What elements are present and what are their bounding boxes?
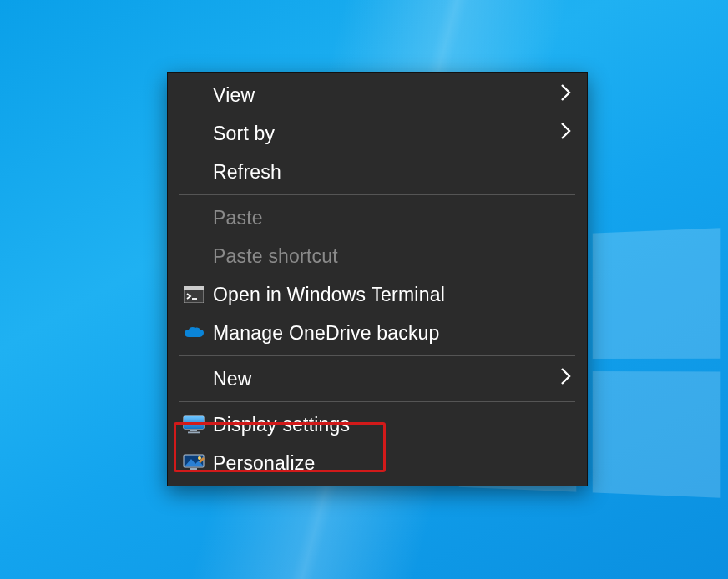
- personalize-icon: [179, 452, 208, 474]
- menu-item-open-terminal[interactable]: Open in Windows Terminal: [168, 275, 587, 314]
- menu-separator: [179, 401, 575, 402]
- menu-item-label: Sort by: [213, 123, 554, 145]
- svg-rect-6: [188, 432, 200, 434]
- menu-item-new[interactable]: New: [168, 360, 587, 398]
- svg-rect-1: [184, 286, 204, 290]
- menu-item-paste: Paste: [168, 199, 587, 237]
- blank-icon: [179, 245, 208, 267]
- menu-item-label: Open in Windows Terminal: [213, 284, 572, 306]
- menu-item-label: Paste shortcut: [213, 245, 572, 268]
- svg-rect-9: [190, 468, 197, 470]
- menu-item-refresh[interactable]: Refresh: [168, 153, 587, 191]
- svg-point-8: [198, 456, 201, 460]
- menu-item-personalize[interactable]: Personalize: [168, 444, 587, 482]
- menu-item-display-settings[interactable]: Display settings: [168, 405, 587, 444]
- menu-item-paste-shortcut: Paste shortcut: [168, 237, 587, 275]
- chevron-right-icon: [554, 367, 572, 390]
- menu-item-manage-onedrive[interactable]: Manage OneDrive backup: [168, 314, 587, 352]
- menu-item-label: Manage OneDrive backup: [213, 322, 572, 345]
- chevron-right-icon: [554, 122, 572, 145]
- menu-separator: [179, 355, 575, 356]
- menu-item-label: Display settings: [213, 414, 572, 436]
- menu-item-label: Refresh: [213, 161, 572, 184]
- blank-icon: [179, 161, 208, 183]
- desktop-context-menu: View Sort by Refresh Paste Paste shortcu…: [167, 72, 588, 486]
- menu-item-sort-by[interactable]: Sort by: [168, 114, 587, 153]
- menu-item-label: View: [213, 84, 554, 107]
- svg-rect-5: [190, 430, 197, 431]
- svg-rect-4: [184, 416, 204, 429]
- blank-icon: [179, 123, 208, 144]
- desktop-wallpaper[interactable]: View Sort by Refresh Paste Paste shortcu…: [0, 0, 728, 579]
- svg-rect-10: [188, 471, 200, 472]
- onedrive-icon: [179, 322, 208, 344]
- menu-item-label: Personalize: [213, 452, 572, 475]
- blank-icon: [179, 84, 208, 106]
- blank-icon: [179, 368, 208, 390]
- chevron-right-icon: [554, 83, 572, 107]
- blank-icon: [179, 207, 208, 229]
- menu-separator: [179, 194, 575, 195]
- menu-item-label: Paste: [213, 207, 572, 229]
- display-icon: [179, 414, 208, 436]
- menu-item-label: New: [213, 368, 554, 390]
- terminal-icon: [179, 284, 208, 305]
- menu-item-view[interactable]: View: [168, 76, 587, 114]
